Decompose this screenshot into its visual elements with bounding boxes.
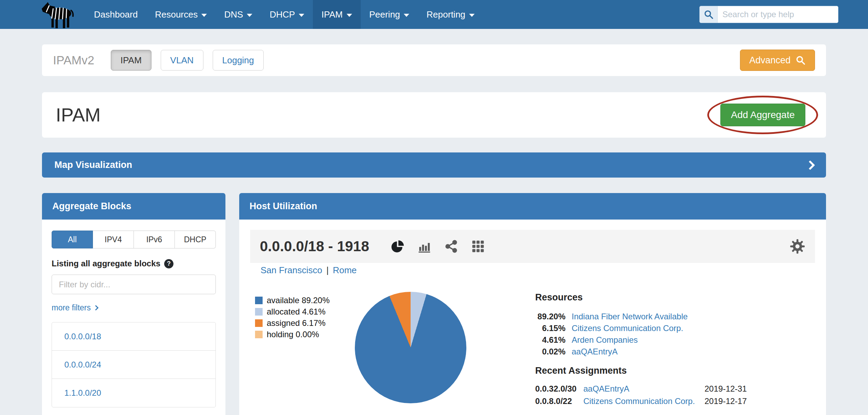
resource-row: 89.20% Indiana Fiber Network Available xyxy=(535,311,812,322)
page-title: IPAM xyxy=(56,104,100,126)
tab-ipam[interactable]: IPAM xyxy=(111,50,151,71)
filter-ipv6-button[interactable]: IPv6 xyxy=(134,231,175,248)
share-icon[interactable] xyxy=(444,240,458,253)
tab-vlan[interactable]: VLAN xyxy=(161,50,203,71)
aggregate-blocks-header: Aggregate Blocks xyxy=(42,193,225,220)
subnet-title: 0.0.0.0/18 - 1918 xyxy=(260,238,369,255)
legend-item: holding 0.00% xyxy=(255,329,330,340)
map-visualization-title: Map Visualization xyxy=(54,160,132,170)
legend-item: available 89.20% xyxy=(255,295,330,306)
cidr-filter-input[interactable] xyxy=(52,275,216,294)
search-input[interactable] xyxy=(718,6,838,23)
assignment-link[interactable]: aaQAEntryA xyxy=(583,384,705,394)
nav-item-dhcp[interactable]: DHCP xyxy=(261,0,313,29)
search-icon[interactable] xyxy=(700,6,718,23)
nav-item-dns[interactable]: DNS xyxy=(215,0,261,29)
host-utilization-panel: Host Utilization 0.0.0.0/18 - 1918 xyxy=(239,193,826,415)
assignment-row: 0.0.8.0/22 Citizens Communication Corp. … xyxy=(535,395,812,407)
location-links: San Franscisco|Rome xyxy=(261,264,357,276)
resource-percent: 0.02% xyxy=(535,347,565,357)
navbar-search xyxy=(699,6,838,23)
caret-down-icon xyxy=(201,14,207,17)
content-row: Aggregate Blocks All IPV4 IPv6 DHCP List… xyxy=(42,193,826,415)
resource-link[interactable]: Indiana Fiber Network Available xyxy=(572,312,688,321)
assignment-row: 0.0.32.0/30 aaQAEntryA 2019-12-31 xyxy=(535,383,812,395)
chevron-right-icon xyxy=(93,305,98,311)
assignment-date: 2019-12-17 xyxy=(705,396,747,406)
legend-swatch-assigned xyxy=(255,319,263,327)
resource-link[interactable]: Citizens Communication Corp. xyxy=(572,323,683,333)
caret-down-icon xyxy=(469,14,475,17)
assignment-date: 2019-12-31 xyxy=(705,384,747,394)
legend-swatch-allocated xyxy=(255,308,263,316)
zebra-icon xyxy=(41,1,75,28)
map-visualization-bar[interactable]: Map Visualization xyxy=(42,152,826,178)
grid-view-icon[interactable] xyxy=(471,240,485,253)
add-aggregate-button[interactable]: Add Aggregate xyxy=(720,104,805,126)
tab-logging[interactable]: Logging xyxy=(213,50,264,71)
nav-item-resources[interactable]: Resources xyxy=(146,0,215,29)
pie-chart-view-icon[interactable] xyxy=(391,240,404,253)
pie-legend: available 89.20% allocated 4.61% assigne… xyxy=(255,295,330,340)
aggregate-blocks-body: All IPV4 IPv6 DHCP Listing all aggregate… xyxy=(42,220,225,415)
add-aggregate-wrap: Add Aggregate xyxy=(720,104,805,126)
advanced-search-button[interactable]: Advanced xyxy=(740,50,815,71)
resource-row: 4.61% Arden Companies xyxy=(535,334,812,346)
aggregate-block-link[interactable]: 0.0.0.0/18 xyxy=(52,322,215,351)
search-icon xyxy=(795,55,806,65)
pie-chart xyxy=(355,292,466,403)
location-link-rome[interactable]: Rome xyxy=(333,265,357,275)
legend-item: assigned 6.17% xyxy=(255,317,330,329)
filter-all-button[interactable]: All xyxy=(52,231,93,248)
resources-title: Resources xyxy=(535,292,812,303)
assignment-link[interactable]: Citizens Communication Corp. xyxy=(583,396,705,406)
resource-percent: 4.61% xyxy=(535,335,565,345)
resources-column: Resources 89.20% Indiana Fiber Network A… xyxy=(535,292,812,407)
nav-item-peering[interactable]: Peering xyxy=(361,0,418,29)
resource-link[interactable]: aaQAEntryA xyxy=(572,347,617,357)
ipam-header-card: IPAM Add Aggregate xyxy=(42,92,826,138)
assignment-cidr: 0.0.8.0/22 xyxy=(535,396,583,406)
assignment-cidr: 0.0.32.0/30 xyxy=(535,384,583,394)
separator: | xyxy=(326,265,329,275)
resource-percent: 6.15% xyxy=(535,323,565,333)
host-utilization-body: 0.0.0.0/18 - 1918 xyxy=(239,220,826,415)
main-menu: Dashboard Resources DNS DHCP IPAM Peerin… xyxy=(85,0,483,29)
legend-swatch-holding xyxy=(255,331,263,338)
app-toolbar: IPAMv2 IPAM VLAN Logging Advanced xyxy=(42,44,826,76)
view-toggle-icons xyxy=(391,240,485,253)
help-icon[interactable]: ? xyxy=(164,259,173,268)
caret-down-icon xyxy=(247,14,252,17)
aggregate-blocks-panel: Aggregate Blocks All IPV4 IPv6 DHCP List… xyxy=(42,193,225,415)
page-container: IPAMv2 IPAM VLAN Logging Advanced IPAM A… xyxy=(42,44,826,415)
filter-dhcp-button[interactable]: DHCP xyxy=(175,231,216,248)
subnet-subheader: 0.0.0.0/18 - 1918 xyxy=(250,230,815,263)
app-title: IPAMv2 xyxy=(53,53,94,67)
legend-swatch-available xyxy=(255,297,263,304)
location-link-san-franscisco[interactable]: San Franscisco xyxy=(261,265,322,275)
aggregate-block-link[interactable]: 1.1.0.0/20 xyxy=(52,379,215,407)
filter-ipv4-button[interactable]: IPV4 xyxy=(93,231,134,248)
nav-item-reporting[interactable]: Reporting xyxy=(418,0,483,29)
legend-item: allocated 4.61% xyxy=(255,306,330,317)
listing-label: Listing all aggregate blocks ? xyxy=(52,259,216,268)
zebra-logo[interactable] xyxy=(41,1,76,28)
chevron-right-icon xyxy=(805,160,815,170)
resource-row: 6.15% Citizens Communication Corp. xyxy=(535,322,812,334)
gear-icon[interactable] xyxy=(790,238,805,254)
resource-percent: 89.20% xyxy=(535,312,565,321)
aggregate-block-link[interactable]: 0.0.0.0/24 xyxy=(52,351,215,379)
host-utilization-header: Host Utilization xyxy=(239,193,826,220)
nav-item-dashboard[interactable]: Dashboard xyxy=(85,0,146,29)
recent-assignments-title: Recent Assignments xyxy=(535,365,812,376)
top-navbar: Dashboard Resources DNS DHCP IPAM Peerin… xyxy=(0,0,868,29)
more-filters-link[interactable]: more filters xyxy=(52,303,98,312)
bar-chart-view-icon[interactable] xyxy=(417,240,431,253)
aggregate-block-list: 0.0.0.0/18 0.0.0.0/24 1.1.0.0/20 xyxy=(52,322,216,407)
resource-link[interactable]: Arden Companies xyxy=(572,335,638,345)
caret-down-icon xyxy=(404,14,409,17)
caret-down-icon xyxy=(299,14,304,17)
resource-row: 0.02% aaQAEntryA xyxy=(535,346,812,358)
nav-item-ipam[interactable]: IPAM xyxy=(313,0,361,29)
aggregate-filter-group: All IPV4 IPv6 DHCP xyxy=(52,231,216,248)
